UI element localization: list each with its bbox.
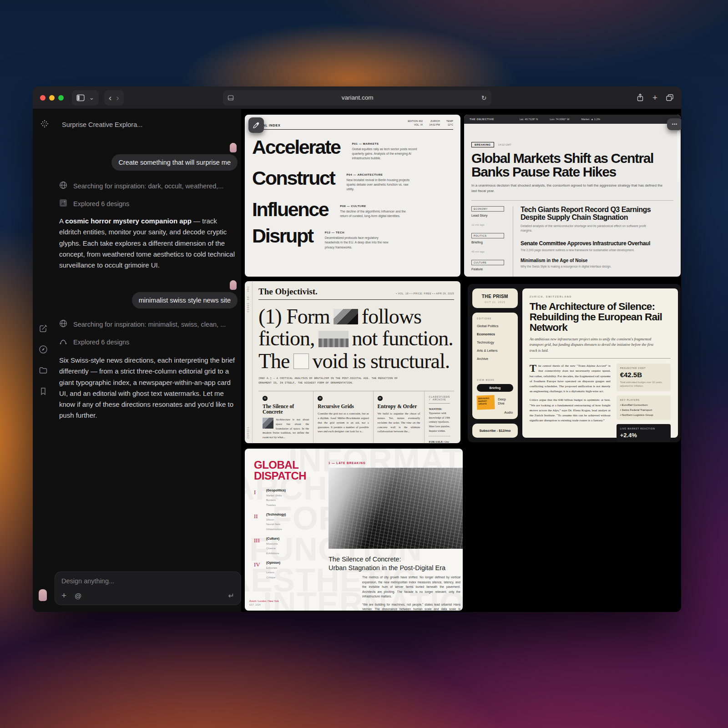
caption: [REF A.] — A CRITICAL ANALYSIS OF BRUTAL…: [258, 376, 409, 385]
user-message: Create something that will surprise me: [111, 154, 238, 171]
chat-sidebar: Surprise Creative Explora... Create some…: [33, 109, 241, 612]
url-bar[interactable]: variant.com ↻: [223, 90, 491, 106]
assistant-paragraph: Six Swiss-style news directions, each in…: [59, 355, 239, 421]
nav-item[interactable]: Economics: [477, 332, 513, 336]
story-title: Senate Committee Approves Infrastructure…: [521, 240, 673, 247]
cost-box: PROJECTED COST €42.5B Total estimated bu…: [617, 364, 671, 391]
nav-item[interactable]: Arts & Letters: [477, 349, 513, 353]
design-canvas[interactable]: ••• GLOBAL INDEX EDITION 402VOL. IX ZURI…: [241, 109, 681, 612]
arch-photo-inline: [334, 309, 358, 324]
status-text: Explored 6 designs: [73, 200, 129, 207]
share-icon[interactable]: [636, 93, 644, 102]
briefing-pill[interactable]: Briefing: [477, 384, 513, 392]
article-column: 01 The Silence of Concrete Architecture …: [258, 391, 313, 444]
composer-input[interactable]: [61, 577, 234, 585]
browser-toolbar: ⌄ ‹ › variant.com ↻ +: [33, 86, 681, 109]
mode-option[interactable]: Deep Dive: [498, 397, 513, 405]
avatar: [39, 589, 47, 601]
card-options-button[interactable]: •••: [667, 118, 681, 130]
status-row: Searching for inspiration: dark, occult,…: [59, 181, 223, 191]
url-text: variant.com: [234, 94, 481, 101]
card-footer: Zurich / London / New York EST. 2024: [249, 600, 279, 606]
design-card-prism[interactable]: THE PRISM OCT 21, 2025 EDITIONS Global P…: [468, 284, 681, 442]
reload-icon[interactable]: ↻: [481, 95, 487, 101]
assistant-paragraph: A cosmic horror mystery companion app — …: [59, 216, 239, 271]
article-column: 02 Recursive Grids Consider the grid not…: [313, 391, 373, 444]
chat-title: Surprise Creative Explora...: [62, 121, 142, 128]
globe-icon: [59, 319, 67, 329]
traffic-lights: [40, 95, 64, 101]
composer: + @ ↵: [55, 571, 241, 605]
sidebar-toggle-icon[interactable]: [76, 94, 85, 101]
browser-window: ⌄ ‹ › variant.com ↻ +: [33, 86, 681, 612]
back-button[interactable]: ‹: [109, 93, 111, 102]
index-row: Influence P08 — CULTUREThe decline of th…: [252, 201, 453, 219]
headline: The Silence of Concrete: Urban Stagnatio…: [329, 555, 445, 572]
subscribe-button[interactable]: Subscribe - $12/mo: [472, 424, 518, 438]
close-button[interactable]: [40, 95, 46, 101]
avatar: [230, 143, 237, 152]
compass-icon[interactable]: [39, 345, 48, 356]
prism-nav-card: EDITIONS Global Politics Economics Techn…: [472, 313, 518, 419]
nav-item[interactable]: Technology: [477, 340, 513, 344]
design-card-objective[interactable]: THE OBJECTIVE Lat: 40.7128° N Lon: 74.00…: [464, 115, 681, 277]
masthead: The Objectivist.: [258, 287, 318, 297]
mode-option[interactable]: Audio: [504, 410, 513, 415]
design-card-global-index[interactable]: GLOBAL INDEX EDITION 402VOL. IX ZURICH14…: [245, 115, 460, 277]
designs-thumbnail-icon: [59, 199, 67, 208]
design-card-objectivist[interactable]: ISSUE NO. 402 ZURICH The Objectivist. • …: [245, 281, 460, 443]
masthead: GLOBAL DISPATCH: [254, 460, 306, 481]
design-card-dispatch[interactable]: INFORMATION ARCHITECTURE FORM FUNCTION A…: [245, 449, 463, 611]
compose-icon[interactable]: [39, 324, 48, 335]
status-text: Searching for inspiration: dark, occult,…: [73, 182, 223, 190]
folder-icon[interactable]: [39, 366, 48, 377]
thumb-photo: [263, 418, 273, 429]
headline: (1) Formfollows fiction,not function. Th…: [258, 306, 460, 373]
kicker: 1 — LATE BREAKING: [329, 461, 366, 465]
masthead: THE OBJECTIVE: [470, 118, 494, 121]
minimize-button[interactable]: [49, 95, 55, 101]
skyscraper-photo: [329, 468, 463, 549]
tab-overview-icon[interactable]: [666, 94, 674, 101]
mention-at-icon[interactable]: @: [75, 592, 81, 600]
status-row: Explored 6 designs: [59, 199, 129, 208]
market-box: LIVE MARKET REACTION +2.4%: [617, 424, 671, 442]
forward-button[interactable]: ›: [116, 93, 119, 102]
avatar: [230, 280, 237, 290]
vector-curve-icon: [59, 337, 67, 347]
scrollbar[interactable]: [677, 131, 680, 182]
send-return-icon[interactable]: ↵: [228, 592, 234, 600]
toolbar-right: +: [636, 93, 674, 102]
prism-article: ZURICH, SWITZERLAND The Architecture of …: [522, 288, 678, 438]
zoom-button[interactable]: [58, 95, 64, 101]
sidebar-toggle-group: ⌄: [72, 90, 99, 106]
eyedropper-button[interactable]: [248, 117, 264, 133]
sticky-note: BREAKING MARKET UPDATE: [476, 395, 495, 410]
story-title: Tech Giants Report Record Q3 Earnings De…: [521, 206, 673, 222]
classifieds-column: CLASSIFIEDS / ARCHIVE WANTED: Typesetter…: [424, 391, 454, 444]
breaking-badge: BREAKING: [471, 142, 494, 147]
status-text: Explored 6 designs: [73, 339, 129, 346]
bookmark-icon[interactable]: [39, 387, 48, 398]
article-body: The metrics of city growth have shifted.…: [362, 575, 460, 611]
globe-icon: [59, 181, 67, 191]
index-row: Disrupt P12 — TECHDecentralized protocol…: [252, 227, 453, 250]
void-box-inline: [293, 354, 309, 369]
attach-plus-icon[interactable]: +: [61, 591, 66, 601]
prism-header-card: THE PRISM OCT 21, 2025: [472, 288, 518, 308]
index-row: Construct P04 — ARCHITECTURENew brutalis…: [252, 169, 453, 192]
skyline-photo-inline: [318, 331, 349, 347]
page-icon: [228, 95, 234, 101]
nav-buttons: ‹ ›: [104, 90, 124, 106]
new-tab-icon[interactable]: +: [652, 93, 657, 102]
user-message: minimalist swiss style news site: [132, 292, 238, 308]
index-row: Accelerate P01 — MARKETSGlobal equities …: [252, 138, 453, 161]
section-index: I(Geopolitics)Market ShiftsBordersTreati…: [254, 489, 286, 585]
chevron-down-icon[interactable]: ⌄: [89, 95, 94, 101]
headline: Global Markets Shift as Central Banks Pa…: [471, 152, 673, 179]
nav-item[interactable]: Archive: [477, 357, 513, 361]
status-row: Searching for inspiration: minimalist, s…: [59, 319, 226, 329]
variant-logo: [40, 119, 49, 130]
headline: The Architecture of Silence: Rebuilding …: [530, 302, 671, 333]
nav-item[interactable]: Global Politics: [477, 324, 513, 328]
